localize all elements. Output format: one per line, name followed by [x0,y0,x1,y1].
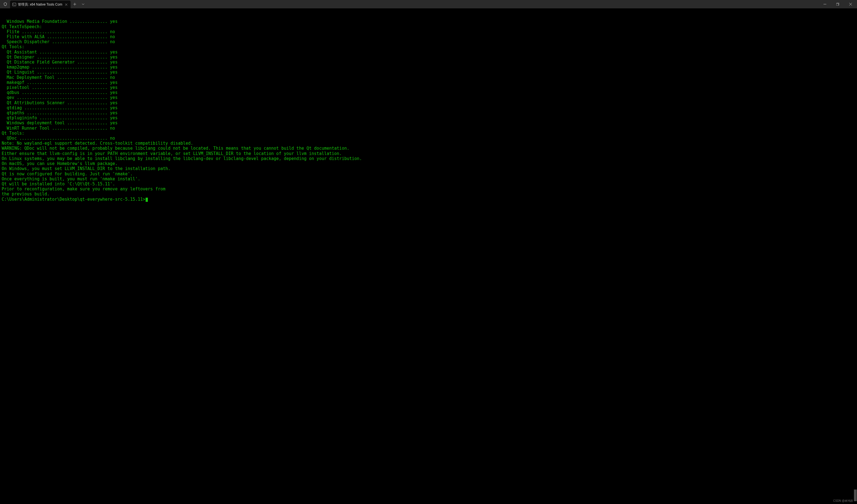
tab-region: 管理员: x64 Native Tools Com [0,0,87,8]
terminal-line: Prior to reconfiguration, make sure you … [2,187,855,192]
terminal-line: Windows Media Foundation ...............… [2,19,855,24]
terminal-line: Qt Distance Field Generator ............… [2,60,855,65]
terminal-line: makeqpf ................................… [2,80,855,85]
shield-icon [3,2,8,7]
terminal-line: On Linux systems, you may be able to ins… [2,156,855,161]
tab-close-button[interactable] [64,2,68,7]
prompt-line: C:\Users\Administrator\Desktop\qt-everyw… [2,197,855,202]
terminal-line: Qt Tools: [2,44,855,49]
terminal-line: Qt will be installed into 'C:\Qt\Qt-5.15… [2,181,855,187]
tab-dropdown-button[interactable] [79,0,87,8]
terminal-line: Qt is now configured for building. Just … [2,171,855,176]
terminal-line: Qt Tools: [2,131,855,136]
terminal-line: qtplugininfo ...........................… [2,116,855,120]
close-button[interactable] [844,0,857,8]
cursor [146,198,148,202]
terminal-line: Speech Dispatcher ......................… [2,39,855,44]
scroll-thumb[interactable] [854,489,857,501]
terminal-icon [12,2,16,6]
terminal-line: qev ....................................… [2,95,855,100]
terminal-line: Flite with ALSA ........................… [2,34,855,39]
terminal-line: Windows deployment tool ................… [2,120,855,125]
terminal-line: WinRT Runner Tool ......................… [2,126,855,131]
terminal-line: pixeltool ..............................… [2,85,855,90]
terminal-line: QDoc ...................................… [2,136,855,141]
svg-rect-7 [836,3,839,5]
tab-title: 管理员: x64 Native Tools Com [18,2,62,7]
svg-rect-0 [13,3,16,6]
tab-active[interactable]: 管理员: x64 Native Tools Com [10,1,71,8]
scrollbar[interactable] [854,8,857,504]
terminal-line: Mac Deployment Tool ....................… [2,75,855,80]
terminal-line: qtpaths ................................… [2,110,855,116]
terminal-line: Qt Linguist ............................… [2,70,855,75]
terminal-line: On Windows, you must set LLVM_INSTALL_DI… [2,166,855,171]
minimize-button[interactable] [819,0,831,8]
terminal-line: Either ensure that llvm-config is in you… [2,151,855,156]
new-tab-button[interactable] [71,0,79,8]
terminal-output: Windows Media Foundation ...............… [2,19,855,196]
prompt-text: C:\Users\Administrator\Desktop\qt-everyw… [2,197,145,202]
titlebar: 管理员: x64 Native Tools Com [0,0,857,8]
terminal-line: Qt Designer ............................… [2,55,855,60]
terminal-line: the previous build. [2,192,855,196]
terminal-line: qdbus ..................................… [2,90,855,95]
terminal-line: On macOS, you can use Homebrew's llvm pa… [2,161,855,166]
window-controls [819,0,857,8]
terminal-line: Note: No wayland-egl support detected. C… [2,141,855,146]
terminal-line: Once everything is built, you must run '… [2,176,855,181]
terminal-line: Qt TextToSpeech: [2,24,855,29]
terminal-line: WARNING: QDoc will not be compiled, prob… [2,146,855,151]
terminal-area[interactable]: Windows Media Foundation ...............… [0,8,857,504]
terminal-line: kmap2qmap ..............................… [2,65,855,70]
maximize-button[interactable] [831,0,844,8]
terminal-line: Qt Assistant ...........................… [2,50,855,55]
terminal-line: Flite ..................................… [2,29,855,34]
watermark: CSDN @林鸿群 [833,499,853,503]
terminal-line: qtdiag .................................… [2,105,855,110]
terminal-line: Qt Attributions Scanner ................… [2,100,855,105]
